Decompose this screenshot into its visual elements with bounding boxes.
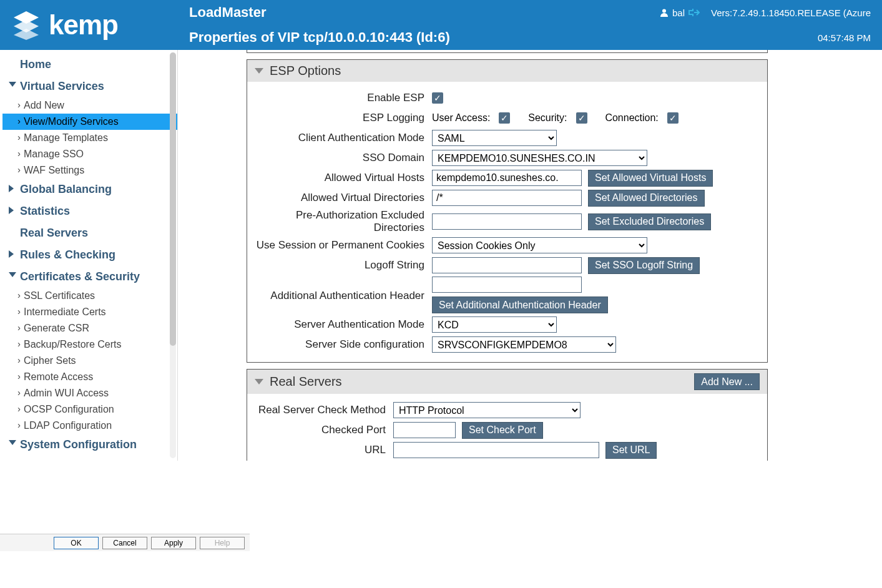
user-icon [660, 8, 669, 17]
esp-logging-label: ESP Logging [256, 112, 432, 124]
collapse-icon [255, 68, 263, 74]
nav-sub-item[interactable]: OCSP Configuration [2, 401, 177, 418]
nav-sub-item[interactable]: WAF Settings [2, 162, 177, 179]
nav-item-label: Rules & Checking [20, 248, 115, 261]
set-url-button[interactable]: Set URL [605, 442, 657, 459]
nav-sub-item[interactable]: Generate CSR [2, 320, 177, 336]
logo-area: kemp [0, 0, 178, 50]
rs-panel: Real Servers Add New ... Real Server Che… [247, 369, 768, 461]
preauth-label: Pre-Authorization Excluded Directories [256, 209, 432, 234]
ok-button[interactable]: OK [54, 537, 99, 549]
svg-marker-2 [14, 29, 39, 40]
nav-sub-item[interactable]: Backup/Restore Certs [2, 336, 177, 353]
addhdr-label: Additional Authentication Header [256, 288, 432, 302]
set-excluded-dirs-button[interactable]: Set Excluded Directories [588, 213, 711, 230]
caret-right-icon [9, 250, 14, 258]
nav-item-label: Home [20, 58, 51, 71]
nav-sub-item[interactable]: Add New [2, 97, 177, 114]
rs-title: Real Servers [270, 375, 342, 389]
rs-panel-header[interactable]: Real Servers Add New ... [247, 370, 767, 394]
url-input[interactable] [393, 442, 599, 458]
client-auth-select[interactable]: SAML [432, 130, 557, 146]
nav-item[interactable]: Global Balancing [2, 179, 177, 200]
logoff-label: Logoff String [256, 259, 432, 272]
allowed-hosts-input[interactable] [432, 170, 582, 186]
collapse-icon [255, 379, 263, 385]
add-new-rs-button[interactable]: Add New ... [694, 373, 760, 390]
allowed-dirs-label: Allowed Virtual Directories [256, 192, 432, 204]
nav-item-label: Certificates & Security [20, 270, 140, 283]
checked-port-input[interactable] [393, 422, 456, 438]
page-title: Properties of VIP tcp/10.0.0.10:443 (Id:… [189, 29, 450, 46]
user-info[interactable]: bal [660, 7, 700, 18]
sidebar-scrollbar[interactable] [170, 52, 176, 458]
nav-sub-item[interactable]: LDAP Configuration [2, 418, 177, 434]
nav-item[interactable]: Statistics [2, 200, 177, 222]
check-method-select[interactable]: HTTP Protocol [393, 402, 581, 418]
set-logoff-button[interactable]: Set SSO Logoff String [588, 257, 700, 274]
username: bal [672, 7, 685, 18]
caret-right-icon [9, 207, 14, 214]
nav-sub-item[interactable]: Manage Templates [2, 130, 177, 146]
main-area: HomeVirtual ServicesAdd NewView/Modify S… [0, 50, 882, 461]
server-auth-label: Server Authentication Mode [256, 318, 432, 331]
logout-icon[interactable] [688, 7, 700, 17]
cookies-select[interactable]: Session Cookies Only [432, 237, 647, 253]
product-name: LoadMaster [189, 4, 266, 21]
set-allowed-hosts-button[interactable]: Set Allowed Virtual Hosts [588, 170, 713, 187]
log-user-checkbox[interactable]: ✓ [499, 112, 510, 124]
set-check-port-button[interactable]: Set Check Port [462, 422, 543, 439]
caret-down-icon [9, 272, 16, 277]
cancel-button[interactable]: Cancel [102, 537, 147, 549]
enable-esp-checkbox[interactable]: ✓ [432, 92, 443, 104]
cookies-label: Use Session or Permanent Cookies [256, 239, 432, 252]
set-allowed-dirs-button[interactable]: Set Allowed Directories [588, 190, 705, 207]
caret-right-icon [9, 185, 14, 192]
panel-above-partial [247, 50, 768, 53]
nav-item[interactable]: System Configuration [2, 434, 177, 456]
nav-sub-item[interactable]: Manage SSO [2, 146, 177, 162]
kemp-logo-icon [11, 10, 41, 40]
help-button[interactable]: Help [200, 537, 245, 549]
nav-sub-item[interactable]: Admin WUI Access [2, 385, 177, 401]
nav-item[interactable]: Rules & Checking [2, 244, 177, 266]
sidebar: HomeVirtual ServicesAdd NewView/Modify S… [0, 50, 178, 461]
allowed-hosts-label: Allowed Virtual Hosts [256, 172, 432, 184]
caret-down-icon [9, 440, 16, 445]
svg-point-3 [662, 9, 666, 13]
header-right: LoadMaster bal Vers:7.2.49.1.18450.RELEA… [178, 0, 882, 50]
nav-item[interactable]: Virtual Services [2, 76, 177, 97]
nav-item-label: Virtual Services [20, 80, 104, 92]
log-user-label: User Access: [432, 112, 490, 124]
nav-sub-item[interactable]: Remote Access [2, 369, 177, 385]
nav-sub-item[interactable]: View/Modify Services [2, 114, 177, 130]
logo-text: kemp [49, 9, 118, 41]
allowed-dirs-input[interactable] [432, 190, 582, 206]
sidebar-scrollbar-thumb[interactable] [170, 52, 176, 346]
nav-item-label: Statistics [20, 205, 70, 217]
log-security-checkbox[interactable]: ✓ [576, 112, 587, 124]
nav-sub-item[interactable]: Cipher Sets [2, 353, 177, 369]
nav-item[interactable]: Certificates & Security [2, 266, 177, 288]
nav-item[interactable]: Home [2, 54, 177, 76]
set-addhdr-button[interactable]: Set Additional Authentication Header [432, 296, 608, 313]
sso-domain-select[interactable]: KEMPDEMO10.SUNESHES.CO.IN [432, 150, 647, 166]
caret-down-icon [9, 82, 16, 87]
esp-panel: ESP Options Enable ESP ✓ ESP Logging Use… [247, 59, 768, 363]
preauth-input[interactable] [432, 213, 582, 230]
clock: 04:57:48 PM [818, 32, 871, 43]
esp-panel-header[interactable]: ESP Options [247, 60, 767, 82]
apply-button[interactable]: Apply [151, 537, 196, 549]
nav-sub-item[interactable]: SSL Certificates [2, 288, 177, 304]
log-connection-checkbox[interactable]: ✓ [667, 112, 679, 124]
logoff-input[interactable] [432, 257, 582, 273]
client-auth-label: Client Authentication Mode [256, 132, 432, 144]
server-auth-select[interactable]: KCD [432, 316, 557, 333]
server-cfg-label: Server Side configuration [256, 338, 432, 351]
addhdr-input[interactable] [432, 277, 582, 293]
nav-sub-item[interactable]: Intermediate Certs [2, 304, 177, 320]
esp-title: ESP Options [270, 64, 341, 78]
check-method-label: Real Server Check Method [256, 404, 393, 416]
nav-item[interactable]: Real Servers [2, 222, 177, 244]
server-cfg-select[interactable]: SRVSCONFIGKEMPDEMO8 [432, 336, 616, 353]
